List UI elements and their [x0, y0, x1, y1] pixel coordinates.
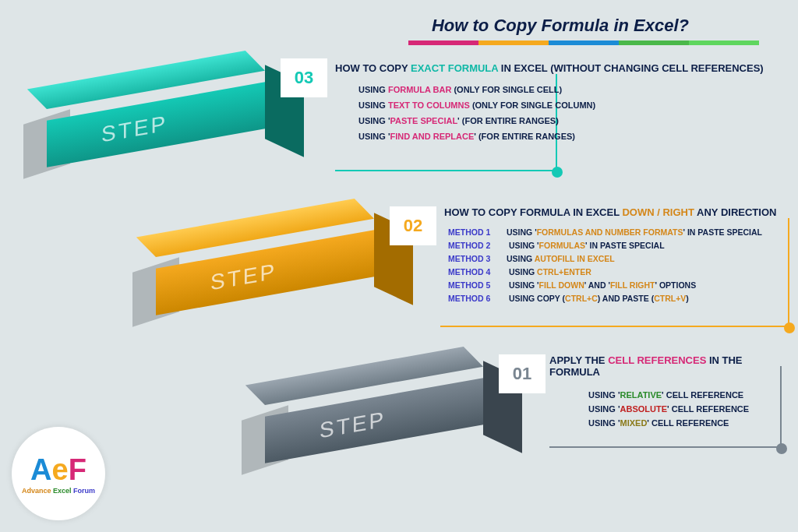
step-01-content: APPLY THE CELL REFERENCES IN THE FORMULA… — [549, 354, 791, 432]
step-02-dot — [784, 322, 795, 333]
logo-text: Advance Excel Forum — [22, 487, 95, 495]
step-03-dot — [552, 167, 563, 178]
step-01-item-1: USING 'RELATIVE' CELL REFERENCE — [588, 390, 791, 400]
step-02-method-3: METHOD 3USING AUTOFILL IN EXCEL — [448, 254, 795, 263]
step-02-method-6: METHOD 6 USING COPY (CTRL+C) AND PASTE (… — [448, 294, 795, 303]
step-03-heading: HOW TO COPY EXACT FORMULA IN EXCEL (WITH… — [335, 62, 787, 74]
step-01-item-3: USING 'MIXED' CELL REFERENCE — [588, 418, 791, 428]
step-02-heading: HOW TO COPY FORMULA IN EXCEL DOWN / RIGH… — [444, 206, 795, 218]
step-03-item-3: USING 'PASTE SPECIAL' (FOR ENTIRE RANGES… — [358, 116, 787, 125]
page-title: How to Copy Formula in Excel? — [432, 16, 689, 36]
step-03-item-4: USING 'FIND AND REPLACE' (FOR ENTIRE RAN… — [358, 132, 787, 141]
step-01-heading: APPLY THE CELL REFERENCES IN THE FORMULA — [549, 354, 791, 378]
step-03-block: STEP 03 — [47, 101, 312, 195]
step-03-item-1: USING FORMULA BAR (ONLY FOR SINGLE CELL) — [358, 85, 787, 94]
step-02-method-4: METHOD 4 USING CTRL+ENTER — [448, 267, 795, 277]
step-01-block: STEP 01 — [265, 397, 530, 491]
step-02-number: 02 — [390, 206, 436, 245]
step-01-number: 01 — [499, 354, 546, 393]
step-01-dot — [776, 443, 787, 454]
step-02-method-5: METHOD 5 USING 'FILL DOWN' AND 'FILL RIG… — [448, 280, 795, 290]
step-03-item-2: USING TEXT TO COLUMNS (ONLY FOR SINGLE C… — [358, 100, 787, 110]
brand-logo: AeF Advance Excel Forum — [12, 427, 105, 520]
step-02-method-2: METHOD 2 USING 'FORMULAS' IN PASTE SPECI… — [448, 241, 795, 250]
step-02-content: HOW TO COPY FORMULA IN EXCEL DOWN / RIGH… — [444, 206, 795, 307]
step-02-block: STEP 02 — [156, 249, 421, 343]
step-01-item-2: USING 'ABSOLUTE' CELL REFERENCE — [588, 404, 791, 414]
logo-icon: AeF — [30, 453, 87, 487]
step-02-method-1: METHOD 1USING 'FORMULAS AND NUMBER FORMA… — [448, 227, 795, 237]
step-03-content: HOW TO COPY EXACT FORMULA IN EXCEL (WITH… — [335, 62, 787, 147]
title-color-bar — [408, 41, 759, 45]
step-03-number: 03 — [281, 58, 327, 97]
